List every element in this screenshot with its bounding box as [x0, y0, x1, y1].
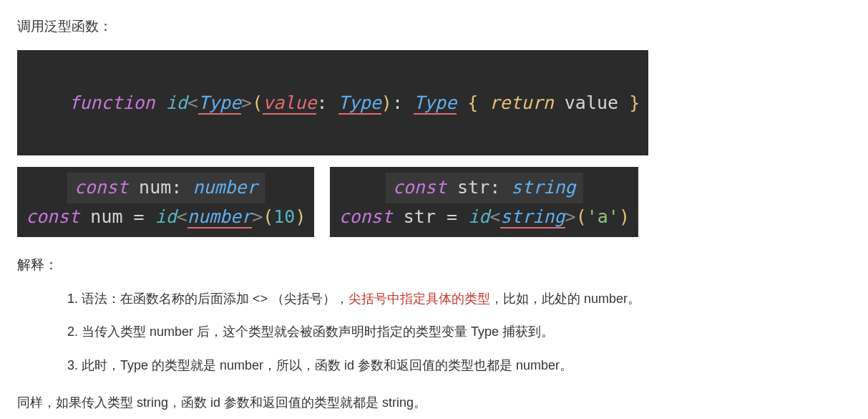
keyword-const: const	[338, 206, 392, 227]
return-value: value	[565, 92, 618, 113]
var-name: num	[90, 206, 122, 227]
paren-open: (	[252, 92, 263, 113]
paren-close: )	[619, 206, 630, 227]
hint-type: string	[511, 177, 575, 198]
hint-keyword: const	[74, 177, 128, 198]
paragraph: 同样，如果传入类型 string，函数 id 参数和返回值的类型就都是 stri…	[17, 391, 851, 414]
angle-close: >	[565, 206, 576, 227]
var-name: str	[404, 206, 436, 227]
type-arg: string	[500, 206, 565, 228]
list-text: 语法：在函数名称的后面添加 <> （尖括号），	[82, 292, 348, 306]
equals: =	[447, 206, 457, 227]
hint-name: num	[139, 177, 171, 198]
paren-close: )	[381, 92, 392, 113]
hint-colon: :	[171, 177, 182, 198]
return-type: Type	[414, 92, 457, 115]
code-row: const num: number const num = id<number>…	[17, 167, 851, 237]
function-name: id	[166, 92, 187, 113]
equals: =	[134, 206, 145, 227]
keyword-function: function	[69, 92, 155, 113]
code-block-full: function id<Type>(value: Type): Type { r…	[17, 50, 851, 155]
hint-colon: :	[489, 177, 500, 198]
hint-name: str	[457, 177, 489, 198]
code-block-right: const str: string const str = id<string>…	[330, 167, 638, 237]
angle-close: >	[252, 206, 263, 227]
list-item: 语法：在函数名称的后面添加 <> （尖括号），尖括号中指定具体的类型，比如，此处…	[82, 287, 851, 310]
explain-list: 语法：在函数名称的后面添加 <> （尖括号），尖括号中指定具体的类型，比如，此处…	[17, 287, 851, 377]
angle-open: <	[489, 206, 500, 227]
fn-call: id	[155, 206, 177, 227]
paren-open: (	[576, 206, 587, 227]
brace-close: }	[629, 92, 640, 113]
list-red-text: 尖括号中指定具体的类型	[348, 292, 490, 306]
keyword-const: const	[26, 206, 79, 227]
type-param: Type	[198, 92, 241, 115]
paren-close: )	[295, 206, 306, 227]
angle-close: >	[241, 92, 252, 113]
arg-value: 'a'	[587, 206, 619, 227]
list-item: 此时，Type 的类型就是 number，所以，函数 id 参数和返回值的类型也…	[82, 354, 851, 377]
colon: :	[316, 92, 327, 113]
keyword-return: return	[489, 92, 553, 113]
paren-open: (	[263, 206, 273, 227]
param-type: Type	[338, 92, 381, 115]
param-name: value	[263, 92, 316, 115]
colon: :	[392, 92, 403, 113]
explain-heading: 解释：	[17, 253, 851, 277]
code-block-left: const num: number const num = id<number>…	[17, 167, 314, 237]
angle-open: <	[187, 92, 198, 113]
angle-open: <	[177, 206, 187, 227]
section-heading: 调用泛型函数：	[17, 14, 851, 39]
hint-type: number	[192, 177, 257, 198]
list-text: ，比如，此处的 number。	[490, 292, 640, 306]
brace-open: {	[467, 92, 478, 113]
type-arg: number	[187, 206, 252, 228]
arg-value: 10	[273, 206, 295, 227]
hint-keyword: const	[393, 177, 447, 198]
list-item: 当传入类型 number 后，这个类型就会被函数声明时指定的类型变量 Type …	[82, 320, 851, 343]
fn-call: id	[468, 206, 489, 227]
